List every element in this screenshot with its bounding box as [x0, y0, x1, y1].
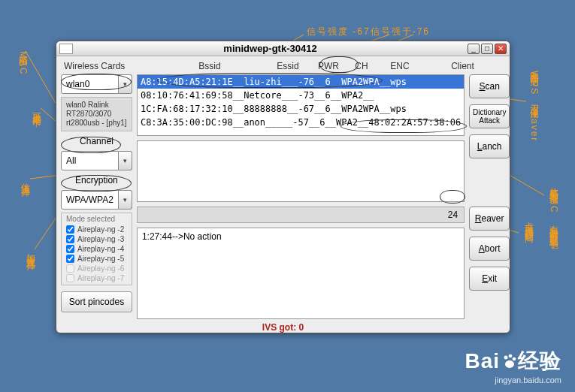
annotation-client-mac: 此处为客户端MAC 有客户端时可抓取握手包: [547, 180, 560, 234]
mode-label: Aireplay-ng -2: [77, 225, 124, 234]
mode-checkbox: [66, 274, 74, 282]
channel-field[interactable]: All: [61, 151, 119, 170]
btn-text: xit: [488, 273, 497, 284]
watermark: Bai经验 jingyan.baidu.com: [465, 347, 561, 384]
network-row[interactable]: 08:10:76:41:69:58__Netcore___-73__6__WPA…: [138, 89, 464, 102]
launch-button[interactable]: Lanch: [469, 134, 510, 158]
svg-point-12: [513, 357, 516, 360]
svg-point-11: [509, 354, 513, 357]
adapter-info: wlan0 Ralink RT2870/3070 rt2800usb - [ph…: [61, 97, 132, 131]
column-headers: Wireless Cards Bssid Essid PWR CH ENC Cl…: [61, 61, 505, 74]
encryption-combo[interactable]: WPA/WPA2: [61, 190, 132, 210]
mode-option[interactable]: Aireplay-ng -3: [65, 234, 129, 244]
annotation-scan-time: 点击可选择扫描时间: [522, 215, 535, 228]
header-wireless-cards: Wireless Cards: [64, 61, 154, 71]
stat-count: 24: [448, 210, 458, 220]
close-button[interactable]: ✕: [495, 44, 507, 54]
mode-box: Mode selected Aireplay-ng -2Aireplay-ng …: [61, 213, 132, 285]
footer-ivs: IVS got: 0: [61, 319, 505, 333]
btn-text: eaver: [481, 213, 504, 224]
mode-label: Aireplay-ng -5: [77, 255, 124, 263]
network-row[interactable]: 1C:FA:68:17:32:10__88888888__-67__6__WPA…: [138, 102, 464, 116]
header-ch: CH: [347, 61, 377, 71]
titlebar[interactable]: minidwep-gtk-30412 _ □ ✕: [56, 41, 510, 56]
mode-option[interactable]: Aireplay-ng -5: [65, 254, 129, 264]
mode-label: Aireplay-ng -4: [77, 245, 124, 253]
mode-checkbox[interactable]: [66, 225, 74, 234]
svg-point-13: [505, 360, 514, 368]
svg-point-10: [504, 355, 508, 359]
network-list[interactable]: A8:15:4D:A5:21:1E__liu-zhi___-76__6__WPA…: [137, 74, 465, 136]
header-client: Client: [423, 61, 502, 71]
btn-text: bort: [485, 243, 501, 254]
channel-label: Channel: [61, 134, 132, 148]
reaver-button[interactable]: Reaver: [469, 207, 510, 231]
annotation-enc: 加密方式选择: [24, 246, 37, 255]
mode-label: Aireplay-ng -3: [77, 235, 124, 243]
dictionary-attack-button[interactable]: Dictionary Attack: [469, 104, 510, 128]
btn-text: anch: [483, 141, 502, 152]
mode-checkbox: [66, 264, 74, 273]
network-row[interactable]: C8:3A:35:00:DC:98__anon_____-57__6__WPA2…: [138, 116, 464, 129]
chevron-down-icon[interactable]: [119, 151, 132, 170]
log-line: 1:27:44-->No action: [142, 231, 459, 242]
window-icon: [59, 44, 73, 54]
encryption-label: Encryption: [61, 173, 132, 187]
mode-label: Aireplay-ng -6: [77, 264, 124, 273]
annotation-signal: 信号强度 -67信号强于-76: [307, 26, 430, 38]
window-title: minidwep-gtk-30412: [73, 43, 468, 54]
network-row[interactable]: A8:15:4D:A5:21:1E__liu-zhi___-76__6__WPA…: [138, 75, 464, 89]
annotation-router-mac: 路由MAC: [17, 48, 29, 76]
mode-checkbox[interactable]: [66, 255, 74, 263]
sort-pincodes-button[interactable]: Sort pincodes: [61, 291, 132, 312]
maximize-button[interactable]: □: [481, 44, 493, 54]
header-enc: ENC: [377, 61, 423, 71]
annotation-channel: 信道选择: [19, 176, 32, 182]
annotation-nic: 可选择网卡: [30, 105, 43, 113]
encryption-field[interactable]: WPA/WPA2: [61, 190, 119, 210]
btn-text: can: [486, 81, 500, 92]
exit-button[interactable]: Exit: [469, 267, 510, 291]
channel-combo[interactable]: All: [61, 151, 132, 170]
log-box: 1:27:44-->No action: [137, 228, 465, 319]
scan-button[interactable]: Scan: [469, 74, 510, 98]
mode-checkbox[interactable]: [66, 245, 74, 253]
mode-label: Aireplay-ng -7: [77, 274, 124, 282]
abort-button[interactable]: Abort: [469, 237, 510, 261]
minimize-button[interactable]: _: [468, 44, 480, 54]
client-list[interactable]: [137, 140, 465, 202]
chevron-down-icon[interactable]: [119, 74, 132, 94]
header-pwr: PWR: [310, 61, 347, 71]
header-essid: Essid: [265, 61, 310, 71]
mode-title: Mode selected: [65, 215, 129, 225]
annotation-wps: 路由开启WPS 可使用Reaver: [528, 65, 540, 142]
iface-field[interactable]: wlan0: [61, 74, 119, 94]
mode-option[interactable]: Aireplay-ng -4: [65, 244, 129, 254]
iface-combo[interactable]: wlan0: [61, 74, 132, 94]
chevron-down-icon[interactable]: [119, 190, 132, 210]
mode-option: Aireplay-ng -7: [65, 273, 129, 283]
header-bssid: Bssid: [154, 61, 265, 71]
mode-option[interactable]: Aireplay-ng -2: [65, 225, 129, 234]
mode-option: Aireplay-ng -6: [65, 264, 129, 273]
status-bar: 24: [137, 207, 465, 223]
app-window: minidwep-gtk-30412 _ □ ✕ Wireless Cards …: [56, 41, 510, 333]
mode-checkbox[interactable]: [66, 235, 74, 243]
